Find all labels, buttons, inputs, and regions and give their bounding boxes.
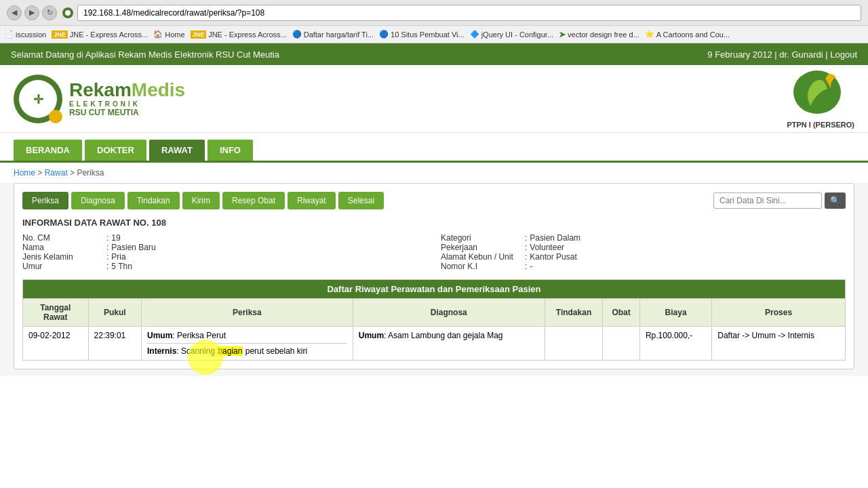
site-icon — [62, 7, 73, 18]
bookmark-label: iscussion — [16, 30, 46, 39]
logo-text: RekamMedis ELEKTRONIK RSU CUT MEUTIA — [69, 80, 185, 118]
tab-riwayat[interactable]: Riwayat — [288, 192, 336, 209]
user-info: 9 February 2012 | dr. Gunardi | Logout — [707, 49, 857, 60]
info-grid: No. CM : 19 Nama : Pasien Baru Jenis Kel… — [22, 233, 846, 271]
info-row-alamat: Alamat Kebun / Unit : Kantor Pusat — [441, 252, 846, 262]
bookmark-home[interactable]: 🏠 Home — [153, 30, 184, 39]
bookmark-label: jQuery UI - Configur... — [481, 30, 553, 39]
info-row-umur: Umur : 5 Thn — [22, 262, 427, 271]
search-box: 🔍 — [713, 192, 846, 209]
cell-tindakan — [545, 327, 603, 361]
nav-bar: BERANDA DOKTER RAWAT INFO — [0, 133, 868, 163]
bookmark-label: 10 Situs Pembuat Vi... — [391, 30, 465, 39]
bookmark-cartoons[interactable]: ⭐ A Cartoons and Cou... — [645, 30, 730, 39]
cell-diagnosa: Umum: Asam Lambung dan gejala Mag — [353, 327, 545, 361]
breadcrumb-periksa: Periksa — [77, 168, 104, 178]
forward-button[interactable]: ▶ — [24, 5, 39, 20]
nav-beranda[interactable]: BERANDA — [14, 140, 82, 161]
ptpn-label: PTPN I (PERSERO) — [787, 121, 854, 129]
bookmark-10situs[interactable]: 🔵 10 Situs Pembuat Vi... — [379, 30, 465, 39]
tab-diagnosa[interactable]: Diagnosa — [71, 192, 125, 209]
bookmark-label: vector design free d... — [568, 30, 639, 39]
breadcrumb: Home > Rawat > Periksa — [0, 163, 868, 183]
table-row: 09-02-2012 22:39:01 Umum: Periksa Perut … — [23, 327, 846, 361]
browser-bar: ◀ ▶ ↻ — [0, 0, 868, 26]
search-input[interactable] — [713, 192, 822, 209]
bookmark-daftar[interactable]: 🔵 Daftar harga/tarif Ti... — [292, 30, 374, 39]
col-tanggal: TanggalRawat — [23, 299, 89, 327]
url-bar[interactable] — [77, 5, 861, 21]
bookmark-label: Home — [165, 30, 184, 39]
tab-resep-obat[interactable]: Resep Obat — [222, 192, 285, 209]
search-button[interactable]: 🔍 — [825, 192, 846, 209]
bookmark-vector[interactable]: ➤ vector design free d... — [559, 30, 639, 39]
bookmark-jne2[interactable]: JNE JNE - Express Across... — [191, 30, 287, 39]
nav-dokter[interactable]: DOKTER — [85, 140, 146, 161]
back-button[interactable]: ◀ — [7, 5, 22, 20]
bookmark-label: JNE - Express Across... — [208, 30, 287, 39]
main-content: Periksa Diagnosa Tindakan Kirim Resep Ob… — [0, 183, 868, 376]
info-section: INFORMASI DATA RAWAT NO. 108 No. CM : 19… — [22, 218, 846, 271]
info-title: INFORMASI DATA RAWAT NO. 108 — [22, 218, 846, 228]
refresh-button[interactable]: ↻ — [42, 5, 57, 20]
col-diagnosa: Diagnosa — [353, 299, 545, 327]
browser-nav: ◀ ▶ ↻ — [7, 5, 57, 20]
cell-obat — [603, 327, 640, 361]
logo-area: ✛ RekamMedis ELEKTRONIK RSU CUT MEUTIA — [14, 75, 185, 123]
app-header: ✛ RekamMedis ELEKTRONIK RSU CUT MEUTIA P… — [0, 65, 868, 133]
info-row-kategori: Kategori : Pasien Dalam — [441, 233, 846, 243]
info-row-pekerjaan: Pekerjaan : Volunteer — [441, 243, 846, 252]
info-left: No. CM : 19 Nama : Pasien Baru Jenis Kel… — [22, 233, 427, 271]
cell-biaya: Rp.100.000,- — [639, 327, 711, 361]
breadcrumb-rawat[interactable]: Rawat — [45, 168, 68, 178]
nav-rawat[interactable]: RAWAT — [149, 140, 205, 161]
col-obat: Obat — [603, 299, 640, 327]
tab-periksa[interactable]: Periksa — [22, 192, 68, 209]
info-row-nomor-ki: Nomor K.I : - — [441, 262, 846, 271]
info-row-nama: Nama : Pasien Baru — [22, 243, 427, 252]
sub-nav: Periksa Diagnosa Tindakan Kirim Resep Ob… — [22, 192, 846, 209]
bookmark-jquery[interactable]: 🔷 jQuery UI - Configur... — [470, 30, 553, 39]
info-row-jenis-kelamin: Jenis Kelamin : Pria — [22, 252, 427, 262]
cell-proses: Daftar -> Umum -> Internis — [712, 327, 846, 361]
bookmark-label: JNE - Express Across... — [70, 30, 149, 39]
app-topbar: Selamat Datang di Aplikasi Rekam Medis E… — [0, 43, 868, 65]
cell-periksa: Umum: Periksa Perut Internis: Scanning b… — [142, 327, 353, 361]
bookmark-discussion[interactable]: 📄 iscussion — [4, 30, 46, 39]
bookmark-jne1[interactable]: JNE JNE - Express Across... — [52, 30, 148, 39]
periksa-umum: Umum: Periksa Perut — [147, 331, 347, 340]
col-periksa: Periksa — [142, 299, 353, 327]
tab-kirim[interactable]: Kirim — [182, 192, 220, 209]
col-biaya: Biaya — [639, 299, 711, 327]
nav-info[interactable]: INFO — [208, 140, 253, 161]
right-logo: PTPN I (PERSERO) — [787, 68, 854, 129]
welcome-text: Selamat Datang di Aplikasi Rekam Medis E… — [11, 49, 279, 60]
cell-pukul: 22:39:01 — [88, 327, 141, 361]
col-pukul: Pukul — [88, 299, 141, 327]
tab-tindakan[interactable]: Tindakan — [127, 192, 180, 209]
table-main-header: Daftar Riwayat Perawatan dan Pemeriksaan… — [23, 280, 846, 299]
bookmark-label: Daftar harga/tarif Ti... — [304, 30, 374, 39]
bookmarks-bar: 📄 iscussion JNE JNE - Express Across... … — [0, 26, 868, 43]
data-table: Daftar Riwayat Perawatan dan Pemeriksaan… — [22, 279, 846, 361]
logo-subtitle1: ELEKTRONIK — [69, 100, 185, 108]
col-tindakan: Tindakan — [545, 299, 603, 327]
info-right: Kategori : Pasien Dalam Pekerjaan : Volu… — [441, 233, 846, 271]
tab-selesai[interactable]: Selesai — [338, 192, 384, 209]
ptpn-logo-svg — [790, 68, 844, 116]
periksa-internis: Internis: Scanning bagian perut sebelah … — [147, 346, 347, 356]
info-row-cm: No. CM : 19 — [22, 233, 427, 243]
bookmark-label: A Cartoons and Cou... — [656, 30, 730, 39]
logo-icon: ✛ — [14, 75, 62, 123]
logo-subtitle2: RSU CUT MEUTIA — [69, 108, 185, 117]
col-proses: Proses — [712, 299, 846, 327]
cell-tanggal: 09-02-2012 — [23, 327, 89, 361]
content-box: Periksa Diagnosa Tindakan Kirim Resep Ob… — [14, 183, 854, 369]
breadcrumb-home[interactable]: Home — [14, 168, 35, 178]
